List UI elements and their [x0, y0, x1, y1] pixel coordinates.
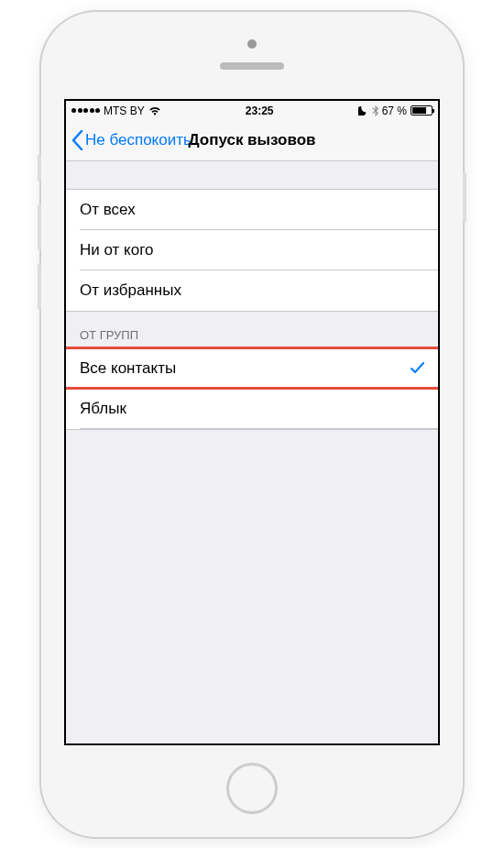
status-left: MTS BY	[71, 105, 161, 117]
volume-up-button	[38, 204, 41, 250]
status-bar: MTS BY 23:25 67 %	[66, 101, 438, 121]
volume-down-button	[38, 264, 41, 310]
carrier-label: MTS BY	[104, 105, 145, 117]
back-button[interactable]: Не беспокоить	[71, 130, 192, 150]
battery-percent: 67 %	[382, 105, 407, 117]
signal-dots-icon	[71, 108, 100, 113]
option-favorites[interactable]: От избранных	[66, 270, 438, 311]
status-right: 67 %	[358, 105, 433, 117]
nav-bar: Не беспокоить Допуск вызовов	[66, 121, 438, 161]
option-label: Яблык	[80, 400, 126, 418]
status-time: 23:25	[246, 105, 274, 117]
speaker	[220, 62, 284, 70]
option-label: От избранных	[80, 281, 181, 300]
option-noone[interactable]: Ни от кого	[66, 230, 438, 270]
option-label: От всех	[80, 201, 136, 219]
power-button	[463, 172, 466, 223]
front-camera	[247, 39, 257, 49]
phone-frame: MTS BY 23:25 67 %	[41, 12, 463, 837]
back-label: Не беспокоить	[85, 131, 192, 149]
option-all-contacts[interactable]: Все контакты	[66, 348, 438, 389]
option-everyone[interactable]: От всех	[66, 190, 438, 230]
section-header-groups: ОТ ГРУПП	[66, 312, 438, 347]
screen: MTS BY 23:25 67 %	[64, 99, 440, 745]
home-button[interactable]	[226, 763, 278, 814]
content-area: От всех Ни от кого От избранных ОТ ГРУПП…	[66, 161, 438, 430]
option-label: Все контакты	[80, 359, 176, 378]
mute-switch	[38, 154, 41, 182]
option-label: Ни от кого	[80, 241, 153, 259]
wifi-icon	[148, 106, 161, 116]
list-group-general: От всех Ни от кого От избранных	[66, 189, 438, 312]
do-not-disturb-icon	[358, 105, 368, 116]
page-title: Допуск вызовов	[188, 131, 315, 149]
checkmark-icon	[411, 362, 424, 374]
option-yablyk[interactable]: Яблык	[66, 389, 438, 429]
battery-icon	[411, 105, 433, 116]
chevron-left-icon	[71, 130, 83, 150]
bluetooth-icon	[372, 105, 378, 116]
list-group-contacts: Все контакты Яблык	[66, 347, 438, 430]
